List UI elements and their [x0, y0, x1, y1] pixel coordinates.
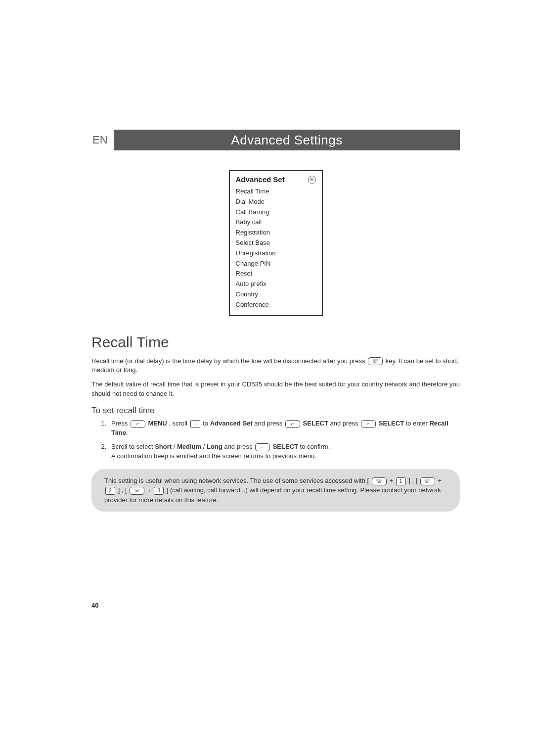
number-key-2-icon: 2 — [105, 487, 115, 495]
info-note: This setting is useful when using networ… — [91, 469, 460, 512]
text: to — [203, 420, 210, 427]
advanced-set-menu: Advanced Set ⦿ Recall Time Dial Mode Cal… — [229, 170, 323, 316]
menu-item: Recall Time — [236, 187, 316, 197]
language-badge: EN — [91, 130, 114, 150]
text: Press — [111, 420, 130, 427]
step-2: Scroll to select Short / Medium / Long a… — [108, 442, 460, 461]
text: , scroll — [169, 420, 189, 427]
text: to enter — [406, 420, 430, 427]
text: ] , [ — [408, 477, 417, 484]
text: Recall time (or dial delay) is the time … — [91, 357, 367, 365]
option-long: Long — [207, 443, 222, 450]
page-number: 40 — [91, 602, 98, 609]
gear-icon: ⦿ — [308, 176, 316, 184]
page-header: EN Advanced Settings — [91, 130, 460, 150]
softkey-icon: ⌐ — [361, 420, 376, 428]
text: and press — [224, 443, 254, 450]
phone-key-icon: ☏ — [372, 477, 387, 485]
text: ] , [ — [118, 486, 127, 494]
menu-item: Auto prefix — [236, 279, 316, 289]
phone-key-icon: ☏ — [368, 357, 383, 365]
nav-key-icon: ⦙ — [190, 420, 200, 428]
text: . — [126, 429, 128, 436]
number-key-1-icon: 1 — [396, 477, 406, 485]
text: and press — [330, 420, 360, 427]
text: Scroll to select — [111, 443, 155, 450]
step-1: Press ⌐ MENU , scroll ⦙ to Advanced Set … — [108, 419, 460, 438]
menu-name: Advanced Set — [210, 420, 253, 427]
number-key-3-icon: 3 — [154, 487, 164, 495]
softkey-icon: ⌐ — [255, 443, 270, 451]
menu-title: Advanced Set — [236, 175, 285, 184]
text: A confirmation beep is emitted and the s… — [111, 452, 316, 460]
menu-item: Unregistration — [236, 248, 316, 259]
text: + — [389, 477, 395, 484]
menu-item: Change PIN — [236, 259, 316, 269]
menu-item: Baby call — [236, 217, 316, 228]
manual-page: EN Advanced Settings Advanced Set ⦿ Reca… — [91, 130, 460, 512]
menu-label: MENU — [148, 420, 167, 427]
instruction-list: Press ⌐ MENU , scroll ⦙ to Advanced Set … — [91, 419, 460, 461]
menu-item: Dial Mode — [236, 197, 316, 207]
text: / — [203, 443, 207, 450]
menu-item: Conference — [236, 300, 316, 310]
menu-item: Registration — [236, 228, 316, 238]
text: This setting is useful when using networ… — [104, 477, 369, 484]
text: / — [174, 443, 177, 450]
text: to confirm. — [300, 443, 330, 450]
phone-key-icon: ☏ — [130, 487, 144, 495]
softkey-icon: ⌐ — [131, 420, 145, 428]
intro-paragraph-1: Recall time (or dial delay) is the time … — [91, 357, 460, 376]
select-label: SELECT — [303, 420, 328, 427]
text: + — [147, 486, 153, 494]
menu-item: Country — [236, 289, 316, 300]
option-medium: Medium — [177, 443, 201, 450]
text: and press — [254, 420, 284, 427]
select-label: SELECT — [273, 443, 298, 450]
intro-paragraph-2: The default value of recall time that is… — [91, 380, 460, 399]
menu-item: Reset — [236, 269, 316, 279]
menu-item: Call Barring — [236, 207, 316, 218]
section-title: Recall Time — [91, 334, 460, 351]
subheading: To set recall time — [91, 406, 460, 416]
softkey-icon: ⌐ — [285, 420, 300, 428]
option-short: Short — [155, 443, 172, 450]
text: + — [438, 477, 442, 484]
page-title-bar: Advanced Settings — [114, 130, 460, 150]
menu-item: Select Base — [236, 238, 316, 248]
menu-preview-wrap: Advanced Set ⦿ Recall Time Dial Mode Cal… — [91, 170, 460, 316]
select-label: SELECT — [379, 420, 404, 427]
phone-key-icon: ☏ — [420, 477, 435, 485]
